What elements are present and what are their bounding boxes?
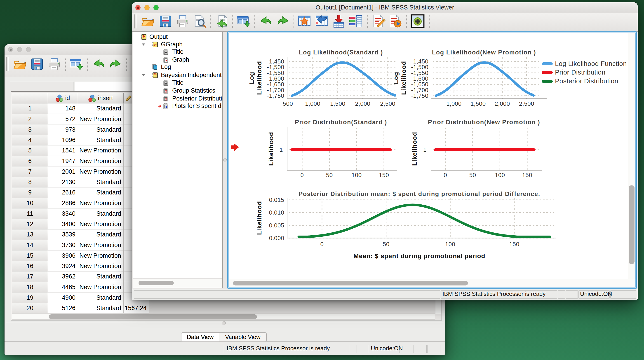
svg-text:Log Likelihood(New Promotion ): Log Likelihood(New Promotion ) [432, 49, 536, 56]
svg-text:1: 1 [280, 146, 283, 153]
svg-text:2,500: 2,500 [519, 100, 534, 107]
svg-text:50: 50 [326, 172, 333, 178]
svg-text:0.000: 0.000 [269, 235, 284, 241]
svg-text:0: 0 [300, 172, 304, 178]
svg-text:Log Likelihood(Standard ): Log Likelihood(Standard ) [299, 49, 383, 56]
svg-text:150: 150 [522, 172, 532, 178]
svg-text:-1,750: -1,750 [411, 92, 428, 99]
svg-text:100: 100 [352, 172, 362, 178]
svg-text:1: 1 [423, 146, 426, 153]
svg-text:Posterior Distribution: Posterior Distribution [555, 77, 618, 85]
svg-text:Likelihood: Likelihood [411, 132, 418, 166]
svg-text:2,000: 2,000 [355, 100, 370, 107]
svg-text:2,500: 2,500 [380, 100, 396, 107]
svg-text:1,000: 1,000 [446, 100, 462, 107]
svg-text:2,000: 2,000 [495, 100, 510, 107]
svg-text:100: 100 [445, 241, 455, 248]
svg-text:Prior Distribution(New Promoti: Prior Distribution(New Promotion ) [428, 119, 540, 126]
svg-text:0.010: 0.010 [269, 209, 284, 216]
svg-text:100: 100 [495, 172, 505, 178]
svg-text:1,500: 1,500 [330, 100, 346, 107]
svg-text:0.015: 0.015 [269, 196, 284, 203]
svg-text:Likelihood: Likelihood [268, 132, 274, 166]
svg-text:500: 500 [283, 100, 293, 107]
svg-text:LogLikelihood: LogLikelihood [248, 61, 263, 95]
svg-text:Posterior Distribution mean: $: Posterior Distribution mean: $ spent dur… [298, 191, 540, 197]
svg-text:-1,750: -1,750 [267, 92, 284, 99]
svg-text:Prior Distribution(Standard ): Prior Distribution(Standard ) [295, 119, 387, 126]
svg-text:1,000: 1,000 [305, 100, 320, 107]
svg-text:50: 50 [383, 241, 390, 248]
svg-text:Likelihood: Likelihood [256, 201, 263, 235]
svg-text:0: 0 [320, 241, 324, 248]
svg-text:Mean: $ spent during promotion: Mean: $ spent during promotional period [354, 253, 485, 260]
svg-text:150: 150 [379, 172, 389, 178]
svg-text:1,500: 1,500 [470, 100, 486, 107]
svg-text:150: 150 [509, 241, 520, 248]
svg-text:50: 50 [469, 172, 476, 178]
svg-text:Prior Distribution: Prior Distribution [555, 69, 605, 76]
svg-text:Log Likelihood Function: Log Likelihood Function [555, 60, 627, 67]
svg-text:0.005: 0.005 [269, 222, 284, 229]
svg-text:0: 0 [444, 172, 447, 178]
